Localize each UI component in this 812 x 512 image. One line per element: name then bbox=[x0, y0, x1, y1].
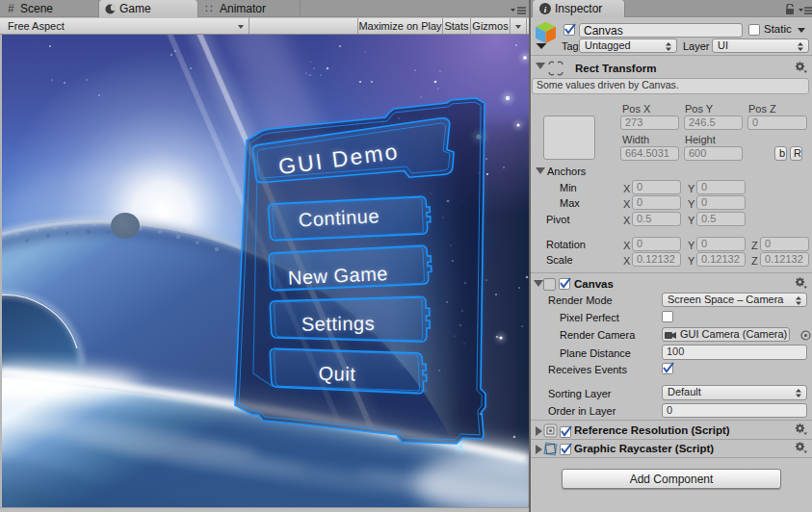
svg-text:Continue: Continue bbox=[298, 205, 380, 230]
svg-text:Settings: Settings bbox=[301, 313, 376, 335]
svg-text:Quit: Quit bbox=[318, 363, 355, 385]
